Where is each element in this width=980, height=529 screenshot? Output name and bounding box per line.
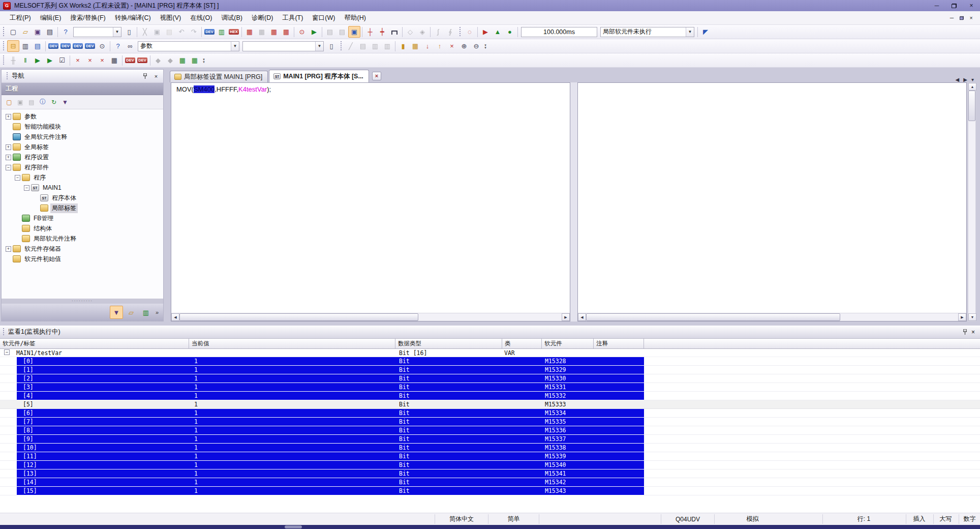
break-clear-all-icon[interactable]: × bbox=[84, 54, 96, 66]
insert-row-below-icon[interactable]: ↓ bbox=[421, 40, 434, 52]
device-badge-icon[interactable]: DEV bbox=[203, 26, 216, 38]
tree-item-13[interactable]: + 软元件存储器 bbox=[2, 244, 163, 254]
dropdown-arrow-icon[interactable]: ▼ bbox=[231, 42, 239, 51]
toolbar-grip[interactable] bbox=[340, 41, 343, 51]
document-tab-1[interactable]: ST MAIN1 [PRG] 程序本体 [S... bbox=[269, 70, 369, 82]
tool-b-icon[interactable]: ◆ bbox=[164, 54, 176, 66]
tree-expander-icon[interactable]: + bbox=[6, 144, 11, 150]
nav-overflow-icon[interactable]: » bbox=[154, 311, 160, 314]
save-project-icon[interactable]: ▣ bbox=[32, 26, 44, 38]
watch-row-7[interactable]: [7] 1 Bit M15335 bbox=[0, 418, 980, 426]
menu-9[interactable]: 窗口(W) bbox=[308, 12, 340, 24]
step-into-icon[interactable]: ▶ bbox=[44, 54, 56, 66]
tree-expander-icon[interactable]: − bbox=[15, 175, 20, 181]
redo-icon[interactable]: ↷ bbox=[188, 26, 200, 38]
watch-row-4[interactable]: [4] 1 Bit M15332 bbox=[0, 392, 980, 400]
close-button[interactable]: × bbox=[963, 0, 980, 11]
device-search-icon[interactable]: ⊙ bbox=[296, 26, 308, 38]
menu-3[interactable]: 转换/编译(C) bbox=[110, 12, 156, 24]
program-run-icon[interactable]: ▶ bbox=[308, 26, 320, 38]
zoom-out-icon[interactable]: ⊖ bbox=[470, 40, 482, 52]
watch-row-6[interactable]: [6] 1 Bit M15334 bbox=[0, 409, 980, 418]
menu-0[interactable]: 工程(P) bbox=[5, 12, 36, 24]
pin-icon[interactable] bbox=[963, 329, 967, 335]
right-pane-hscrollbar[interactable]: ◀ ▶ bbox=[578, 313, 966, 321]
tab-menu-icon[interactable]: ▾ bbox=[971, 77, 974, 82]
scroll-up-icon[interactable]: ▲ bbox=[968, 83, 976, 91]
pane-divider[interactable] bbox=[570, 82, 577, 321]
watch-column-3[interactable]: 类 bbox=[502, 339, 542, 348]
breakpoint-list-icon[interactable]: ☑ bbox=[56, 54, 68, 66]
doc-refresh-2-icon[interactable]: ▥ bbox=[381, 40, 393, 52]
monitor-stop-icon[interactable]: ◌ bbox=[464, 26, 476, 38]
watch-row-13[interactable]: [13] 1 Bit M15341 bbox=[0, 469, 980, 478]
cut-icon[interactable]: ╳ bbox=[139, 26, 151, 38]
nav-copy-icon[interactable]: ▣ bbox=[15, 97, 26, 107]
watch-row-1[interactable]: [1] 1 Bit M15329 bbox=[0, 366, 980, 374]
print-icon[interactable]: ▤ bbox=[44, 26, 56, 38]
clipboard-icon[interactable]: ▮ bbox=[397, 40, 409, 52]
program-block-4-icon[interactable]: ▦ bbox=[280, 26, 292, 38]
tree-item-9[interactable]: 局部标签 bbox=[2, 203, 163, 213]
watch-row-8[interactable]: [8] 1 Bit M15336 bbox=[0, 426, 980, 435]
watch-row-0[interactable]: [0] 1 Bit M15328 bbox=[0, 357, 980, 366]
close-nav-icon[interactable]: × bbox=[152, 72, 160, 80]
delete-row-icon[interactable]: × bbox=[446, 40, 458, 52]
dev-watch-icon[interactable]: DEV bbox=[84, 40, 96, 52]
nav-filter-icon[interactable]: ▼ bbox=[59, 97, 71, 107]
doc-edit-icon[interactable]: ▤ bbox=[357, 40, 369, 52]
module-config-icon[interactable]: ▥ bbox=[19, 40, 32, 52]
open-project-icon[interactable]: ▱ bbox=[19, 26, 32, 38]
program-block-2-icon[interactable]: ▦ bbox=[256, 26, 268, 38]
wave-rise-icon[interactable]: ∫ bbox=[432, 26, 444, 38]
copy-icon[interactable]: ▣ bbox=[151, 26, 163, 38]
st-code-pane[interactable]: MOV(SM400,HFFFF,K4testVar); ◀ ▶ bbox=[171, 82, 570, 321]
nav-view-connection-icon[interactable]: ▥ bbox=[139, 306, 152, 319]
toolbar-grip[interactable] bbox=[2, 41, 6, 51]
watch-row-15[interactable]: [15] 1 Bit M15343 bbox=[0, 487, 980, 495]
tab-scroll-right-icon[interactable]: ▶ bbox=[963, 77, 967, 82]
pulse-icon[interactable] bbox=[388, 26, 401, 38]
tree-item-8[interactable]: ST 程序本体 bbox=[2, 193, 163, 203]
contact-open-icon[interactable]: ┼ bbox=[364, 26, 376, 38]
quick-find-combo[interactable]: ▼ bbox=[73, 27, 121, 37]
tree-item-6[interactable]: − 程序 bbox=[2, 172, 163, 183]
dropdown-arrow-icon[interactable]: ▼ bbox=[113, 27, 121, 37]
dev-split-icon[interactable]: DEV bbox=[72, 40, 84, 52]
watch-row-14[interactable]: [14] 1 Bit M15342 bbox=[0, 478, 980, 487]
menu-4[interactable]: 视图(V) bbox=[156, 12, 186, 24]
step-table-icon[interactable]: ▦ bbox=[108, 54, 120, 66]
dev-table-icon[interactable]: DEV bbox=[59, 40, 72, 52]
paste-icon[interactable]: ▤ bbox=[163, 26, 175, 38]
tree-expander-icon[interactable]: + bbox=[6, 246, 11, 252]
vscroll-thumb[interactable] bbox=[968, 91, 975, 121]
watch-row-12[interactable]: [12] 1 Bit M15340 bbox=[0, 461, 980, 469]
left-pane-hscrollbar[interactable]: ◀ ▶ bbox=[171, 313, 570, 321]
watch-row-9[interactable]: [9] 1 Bit M15337 bbox=[0, 435, 980, 444]
break-clear-icon[interactable]: × bbox=[72, 54, 84, 66]
hscroll-thumb[interactable] bbox=[586, 313, 840, 321]
tab-scroll-left-icon[interactable]: ◀ bbox=[956, 77, 960, 82]
monitor-start-icon[interactable]: ▶ bbox=[479, 26, 492, 38]
scroll-left-icon[interactable]: ◀ bbox=[171, 313, 179, 321]
insert-row-above-icon[interactable]: ↑ bbox=[434, 40, 446, 52]
menu-2[interactable]: 搜索/替换(F) bbox=[66, 12, 110, 24]
menu-8[interactable]: 工具(T) bbox=[278, 12, 308, 24]
close-watch-icon[interactable]: × bbox=[971, 329, 975, 336]
nav-view-project-icon[interactable]: ▼ bbox=[110, 306, 123, 319]
watch-row-11[interactable]: [11] 1 Bit M15339 bbox=[0, 452, 980, 461]
output-list-icon[interactable]: ▤ bbox=[32, 40, 44, 52]
tab-close-button[interactable]: × bbox=[372, 72, 381, 80]
table-down-icon[interactable]: ▦ bbox=[176, 54, 189, 66]
status-ok-icon[interactable]: ● bbox=[504, 26, 516, 38]
watch-column-0[interactable]: 软元件/标签 bbox=[0, 339, 189, 348]
doc-stack-icon[interactable]: ▤ bbox=[324, 26, 336, 38]
minimize-button[interactable]: ─ bbox=[928, 0, 945, 11]
nav-view-user-lib-icon[interactable]: ▱ bbox=[125, 306, 138, 319]
window-view-icon[interactable]: ▣ bbox=[348, 26, 360, 38]
watch-column-5[interactable]: 注释 bbox=[594, 339, 644, 348]
table-right-icon[interactable]: ▦ bbox=[189, 54, 201, 66]
dev-find-icon[interactable]: DEV bbox=[47, 40, 59, 52]
zoom-in-icon[interactable]: ⊕ bbox=[458, 40, 470, 52]
program-block-1-icon[interactable]: ▦ bbox=[243, 26, 256, 38]
